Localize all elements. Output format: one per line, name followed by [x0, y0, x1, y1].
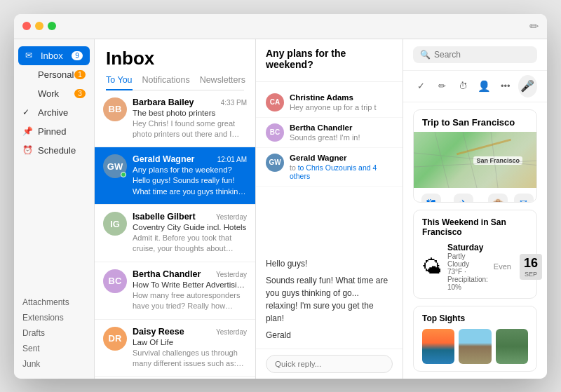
weather-desc: Partly Cloudy	[447, 252, 488, 268]
email-item-gerald[interactable]: GW Gerald Wagner 12:01 AM Any plans for …	[95, 147, 255, 205]
close-button[interactable]	[22, 22, 31, 30]
weather-date-month: SEP	[524, 271, 538, 278]
sidebar-item-sent[interactable]: Sent	[14, 341, 94, 356]
thread-msg-sender: Gerald Wagner	[290, 154, 393, 162]
sidebar-item-pinned[interactable]: 📌 Pinned	[14, 122, 94, 141]
even-label: Even	[494, 262, 511, 271]
thread-avatar: CA	[266, 93, 284, 111]
sidebar-item-schedule[interactable]: ⏰ Schedule	[14, 141, 94, 160]
sidebar-item-inbox[interactable]: ✉ Inbox 9	[18, 46, 90, 65]
plan-trip-icon: 🗺	[421, 194, 441, 203]
weather-date-num: 16	[524, 256, 538, 271]
main-window: ✏ ✉ Inbox 9 Personal 1 Work 3 ✓ Archive	[14, 14, 547, 379]
email-subject: Law Of Life	[133, 338, 247, 346]
sidebar-item-label: Inbox	[41, 50, 63, 61]
thread-greeting: Hello guys!	[266, 257, 393, 270]
thread-header: Any plans for the weekend?	[256, 39, 403, 82]
personal-badge: 1	[74, 70, 86, 79]
sights-images	[422, 329, 528, 364]
sidebar-item-archive[interactable]: ✓ Archive	[14, 103, 94, 122]
thread-body: Sounds really fun! What time are you guy…	[266, 274, 393, 325]
email-list-panel: Inbox To You Notifications Newsletters A…	[95, 39, 256, 379]
find-hotel-icon: 🏨	[488, 194, 508, 203]
sidebar-item-extensions[interactable]: Extensions	[14, 310, 94, 325]
work-badge: 3	[74, 89, 86, 98]
weather-temp: 73°F · Precipitation: 10%	[447, 268, 488, 291]
weekend-section: This Weekend in San Francisco 🌤 Saturday…	[413, 210, 537, 299]
email-body: Gerald Wagner 12:01 AM Any plans for the…	[133, 154, 247, 197]
user-action[interactable]: 👤	[476, 76, 493, 96]
sights-title: Top Sights	[422, 313, 528, 323]
pin-icon: 📌	[22, 126, 34, 136]
tab-to-you[interactable]: To You	[106, 75, 133, 90]
sight-third[interactable]	[496, 329, 528, 364]
weather-info: Saturday Partly Cloudy 73°F · Precipitat…	[447, 243, 488, 291]
quick-reply-input[interactable]	[266, 355, 393, 373]
email-preview: Survival challenges us through many diff…	[133, 348, 247, 370]
trip-card-title: Trip to San Francisco	[414, 110, 536, 132]
thread-msg-text: Hey anyone up for a trip t	[290, 103, 393, 111]
email-item-bertha[interactable]: BC Bertha Chandler Yesterday How To Writ…	[95, 262, 255, 320]
email-sender: Isabelle Gilbert	[133, 212, 196, 222]
svg-line-0	[414, 153, 536, 167]
inbox-tabs: To You Notifications Newsletters All	[106, 75, 244, 90]
email-preview: Admit it. Before you took that cruise, y…	[133, 233, 247, 255]
thread-msg-body: Bertha Chandler Sounds great! I'm in!	[290, 123, 393, 142]
avatar: IG	[103, 212, 127, 236]
email-sender: Barbara Bailey	[133, 97, 194, 107]
maximize-button[interactable]	[48, 22, 56, 30]
extensions-label: Extensions	[22, 313, 64, 323]
weather-day: Saturday	[447, 243, 488, 252]
quick-reply-area	[256, 349, 403, 379]
svg-line-4	[491, 132, 498, 188]
more-action[interactable]: •••	[497, 76, 514, 96]
sent-label: Sent	[22, 344, 40, 353]
email-body: Bertha Chandler Yesterday How To Write B…	[133, 269, 247, 312]
sidebar-item-junk[interactable]: Junk	[14, 356, 94, 372]
email-item-isabelle[interactable]: IG Isabelle Gilbert Yesterday Coventry C…	[95, 205, 255, 262]
sight-golden-gate[interactable]	[422, 329, 454, 364]
sidebar-item-personal[interactable]: Personal 1	[14, 65, 94, 84]
thread-msg-sender: Christine Adams	[290, 93, 393, 102]
inbox-title: Inbox	[106, 48, 244, 69]
thread-title: Any plans for the weekend?	[266, 48, 393, 70]
right-search-bar[interactable]: 🔍	[413, 46, 537, 63]
right-panel: 🔍 ✓ ✏ ⏱ 👤 ••• 🎤 Trip to San Francisco Sa…	[403, 39, 547, 379]
checkmark-action[interactable]: ✓	[413, 76, 430, 96]
email-subject: How To Write Better Advertising Copy	[133, 281, 247, 289]
tab-notifications[interactable]: Notifications	[142, 75, 190, 90]
compose-button[interactable]: ✏	[529, 20, 539, 33]
weather-date: 16 SEP	[520, 254, 542, 280]
weekend-title: This Weekend in San Francisco	[422, 217, 528, 237]
email-sender: Daisy Reese	[133, 327, 184, 337]
edit-action[interactable]: ✏	[434, 76, 451, 96]
email-item-daisy[interactable]: DR Daisy Reese Yesterday Law Of Life Sur…	[95, 320, 255, 377]
email-item-barbara[interactable]: BB Barbara Bailey 4:33 PM The best photo…	[95, 90, 255, 148]
sidebar-item-attachments[interactable]: Attachments	[14, 295, 94, 310]
map-svg	[414, 132, 536, 188]
sidebar-item-drafts[interactable]: Drafts	[14, 325, 94, 341]
right-search-input[interactable]	[434, 50, 530, 60]
titlebar: ✏	[14, 14, 547, 39]
inbox-icon: ✉	[25, 50, 36, 60]
thread-message-bertha: BC Bertha Chandler Sounds great! I'm in!	[256, 118, 403, 148]
content-wrapper: ✉ Inbox 9 Personal 1 Work 3 ✓ Archive 📌 …	[14, 39, 547, 379]
sidebar-item-label: Personal	[38, 69, 74, 80]
email-sender: Bertha Chandler	[133, 269, 201, 279]
plan-trip-action[interactable]: 🗺 Plan a Trip	[417, 194, 446, 203]
sidebar-item-work[interactable]: Work 3	[14, 84, 94, 103]
email-action[interactable]: ✉ Email	[514, 194, 534, 203]
sidebar-item-label: Schedule	[38, 145, 76, 156]
sf-map: San Francisco	[414, 132, 536, 188]
sight-alcatraz[interactable]	[459, 329, 491, 364]
tab-newsletters[interactable]: Newsletters	[200, 75, 245, 90]
schedule-icon: ⏰	[22, 145, 34, 155]
book-flight-action[interactable]: ✈ Book a Flight	[446, 194, 482, 203]
minimize-button[interactable]	[35, 22, 43, 30]
thread-message-gerald: GW Gerald Wagner to to Chris Ouzounis an…	[256, 148, 403, 187]
mic-icon[interactable]: 🎤	[518, 75, 537, 97]
email-time: Yesterday	[216, 213, 247, 221]
to-link[interactable]: to Chris Ouzounis and 4 others	[290, 163, 377, 180]
find-hotel-action[interactable]: 🏨 Find a Hotel	[481, 194, 514, 203]
clock-action[interactable]: ⏱	[455, 76, 472, 96]
